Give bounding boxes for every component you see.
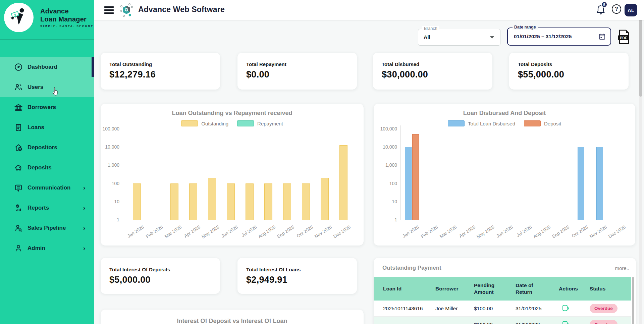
stat-card-value: $55,000.00 (518, 69, 564, 80)
menu-toggle-icon[interactable] (104, 6, 114, 14)
x-axis-tick: Apr 2025 (183, 224, 201, 238)
bar-deposit (412, 134, 419, 220)
page-title: Advance Web Software (138, 5, 225, 14)
date-range-input[interactable]: Date range 01/01/2025 – 31/12/2025 (507, 28, 611, 46)
x-axis-tick: Jun 2025 (220, 224, 239, 239)
svg-text:PDF: PDF (620, 36, 627, 40)
table-column-header: Actions (559, 285, 586, 292)
stat-card-total-disbursed: Total Disbursed$30,000.00 (373, 53, 492, 90)
sidebar-item-deposits[interactable]: Deposits (0, 158, 94, 178)
repayment-action-icon[interactable] (559, 320, 586, 324)
person-search-icon (14, 224, 23, 232)
cell-status: Overdue (590, 320, 627, 324)
table-row: 20251011143616Joe Miller$100.0031/01/202… (374, 301, 631, 317)
page-scrollbar-thumb[interactable] (639, 10, 642, 97)
sidebar-item-depositors[interactable]: $Depositors (0, 138, 94, 158)
x-axis-tick: Aug 2025 (533, 224, 552, 239)
x-axis-tick: Jan 2025 (401, 224, 420, 239)
table-column-header: Pending Amount (474, 282, 502, 295)
sidebar-menu: DashboardUsersBorrowersLoans$DepositorsD… (0, 57, 94, 258)
legend-entry: Outstanding (181, 120, 228, 126)
bar-outstanding (189, 183, 197, 220)
x-axis-tick: Mar 2025 (439, 224, 458, 239)
stat-card-value: $2,949.91 (246, 275, 287, 285)
x-axis-tick: Feb 2025 (420, 224, 439, 239)
y-axis-tick: 10 (392, 199, 397, 204)
stat-card-value: $30,000.00 (382, 69, 428, 80)
x-axis-tick: Sep 2025 (276, 224, 296, 239)
svg-text:$: $ (19, 148, 21, 151)
piggy-bank-icon (14, 163, 23, 172)
bar-outstanding (208, 178, 216, 220)
legend-label: Deposit (544, 121, 561, 126)
y-axis-tick: 100,000 (380, 126, 397, 131)
x-axis-tick: Mar 2025 (164, 224, 182, 239)
brand-logo-icon: $ (4, 3, 34, 32)
repayment-action-icon[interactable] (559, 304, 586, 313)
x-axis-tick: May 2025 (201, 224, 220, 239)
cell-borrower: Joe Miller (435, 306, 472, 312)
date-range-value: 01/01/2025 – 31/12/2025 (514, 34, 572, 40)
bar-total-loan-disbursed (596, 147, 603, 220)
stat-card-label: Total Interest Of Deposits (109, 267, 170, 272)
y-axis-line (400, 125, 401, 220)
y-axis-tick: 100 (112, 181, 119, 186)
chart-title: Loan Outstanding vs Repayment received (101, 110, 364, 117)
sidebar-item-users[interactable]: Users (0, 77, 94, 97)
x-axis-tick: Feb 2025 (145, 224, 164, 239)
sidebar-item-borrowers[interactable]: Borrowers (0, 97, 94, 117)
sidebar-item-reports[interactable]: Reports› (0, 198, 94, 218)
y-axis-line (123, 125, 123, 220)
legend-entry: Deposit (524, 120, 561, 126)
export-pdf-button[interactable]: PDF (617, 30, 630, 44)
bar-total-loan-disbursed (578, 147, 584, 220)
sidebar-item-label: Reports (28, 205, 49, 211)
cell-loan: 20251011143616 (383, 306, 433, 312)
y-axis-tick: 1 (117, 217, 119, 222)
legend-swatch (524, 120, 541, 126)
cell-date: 31/01/2025 (516, 322, 545, 324)
x-axis-tick: Nov 2025 (589, 224, 608, 239)
cell-pending: $100.00 (474, 322, 502, 324)
status-badge: Overdue (590, 320, 618, 324)
table-column-header: Loan Id (383, 285, 433, 292)
chart-legend: Total Loan DisbursedDeposit (374, 120, 635, 126)
sidebar: $ Advance Loan Manager SIMPLE. SASTA. SE… (0, 0, 94, 324)
table-header-row: Loan IdBorrowerPending AmountDate of Ret… (374, 277, 631, 301)
brand-tagline: SIMPLE. SASTA. SECURE (40, 24, 94, 28)
bar-outstanding (283, 183, 291, 220)
sidebar-item-admin[interactable]: Admin› (0, 238, 94, 258)
branch-select[interactable]: Branch All (418, 29, 500, 46)
sidebar-item-label: Borrowers (28, 104, 56, 111)
calendar-icon[interactable] (598, 33, 606, 40)
sidebar-item-dashboard[interactable]: Dashboard (0, 57, 94, 77)
chevron-down-icon (490, 36, 494, 39)
help-icon[interactable]: ? (612, 4, 621, 14)
sidebar-item-label: Loans (28, 124, 44, 131)
bar-outstanding (227, 183, 235, 220)
y-axis-tick: 10,000 (383, 144, 397, 150)
sidebar-item-sales-pipeline[interactable]: Sales Pipeline› (0, 218, 94, 238)
x-axis-line (123, 220, 353, 220)
sidebar-item-label: Sales Pipeline (28, 225, 66, 231)
user-avatar[interactable]: AL (625, 4, 637, 16)
sidebar-item-loans[interactable]: Loans (0, 117, 94, 138)
table-scrollbar-thumb[interactable] (632, 277, 634, 324)
gauge-icon (14, 63, 23, 71)
stat-card-label: Total Disbursed (382, 61, 419, 67)
notification-count-badge: 5 (601, 1, 607, 8)
x-axis-tick: Dec 2025 (608, 224, 627, 239)
y-axis-tick: 1,000 (108, 162, 119, 168)
receipt-icon (14, 123, 23, 132)
sidebar-item-communication[interactable]: Communication› (0, 178, 94, 198)
x-axis-tick: Jul 2025 (516, 224, 533, 238)
branch-select-label: Branch (422, 26, 439, 31)
stat-card-total-deposits: Total Deposits$55,000.00 (509, 53, 629, 90)
chart-title: Interest Of Deposit vs Interest Of Loan (101, 318, 364, 324)
bar-outstanding (302, 183, 310, 220)
table-more-link[interactable]: more.. (615, 265, 629, 271)
x-axis-tick: Jul 2025 (240, 224, 258, 238)
stat-card-label: Total Interest Of Loans (246, 267, 301, 272)
outstanding-payment-card: Outstanding Payment more.. Loan IdBorrow… (374, 258, 636, 324)
x-axis-tick: Oct 2025 (571, 224, 589, 238)
